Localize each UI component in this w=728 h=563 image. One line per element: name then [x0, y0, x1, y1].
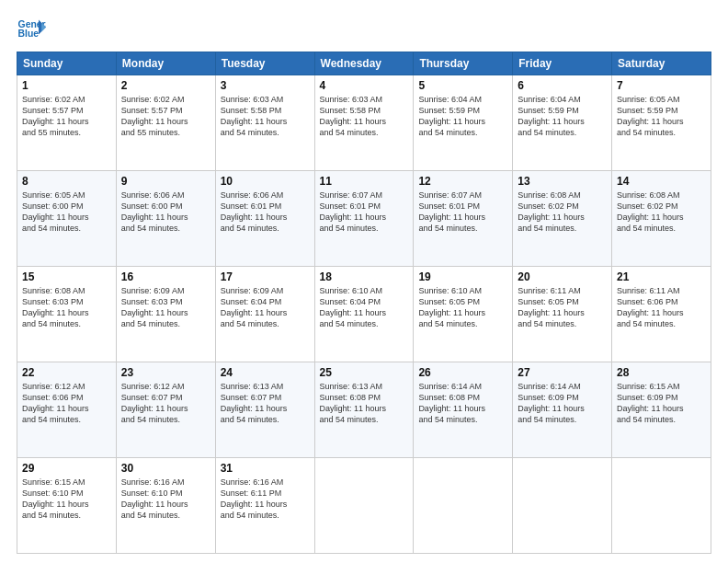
calendar-week-1: 1Sunrise: 6:02 AM Sunset: 5:57 PM Daylig… [17, 75, 711, 171]
calendar-week-5: 29Sunrise: 6:15 AM Sunset: 6:10 PM Dayli… [17, 458, 711, 554]
day-info: Sunrise: 6:05 AM Sunset: 6:00 PM Dayligh… [22, 190, 111, 235]
calendar-cell: 24Sunrise: 6:13 AM Sunset: 6:07 PM Dayli… [215, 362, 314, 458]
day-number: 16 [121, 270, 210, 283]
day-info: Sunrise: 6:15 AM Sunset: 6:09 PM Dayligh… [617, 381, 706, 426]
logo: General Blue [17, 17, 46, 42]
day-info: Sunrise: 6:03 AM Sunset: 5:58 PM Dayligh… [320, 94, 409, 139]
logo-icon: General Blue [17, 17, 46, 42]
calendar-cell: 29Sunrise: 6:15 AM Sunset: 6:10 PM Dayli… [17, 458, 117, 554]
day-info: Sunrise: 6:15 AM Sunset: 6:10 PM Dayligh… [22, 477, 111, 522]
calendar-cell: 26Sunrise: 6:14 AM Sunset: 6:08 PM Dayli… [414, 362, 513, 458]
weekday-wednesday: Wednesday [314, 52, 414, 75]
day-number: 19 [418, 270, 507, 283]
day-number: 24 [221, 366, 310, 379]
day-info: Sunrise: 6:05 AM Sunset: 5:59 PM Dayligh… [617, 94, 706, 139]
day-number: 23 [121, 366, 210, 379]
day-number: 3 [221, 79, 310, 92]
calendar-cell: 5Sunrise: 6:04 AM Sunset: 5:59 PM Daylig… [414, 75, 513, 171]
day-number: 27 [518, 366, 607, 379]
calendar-cell: 20Sunrise: 6:11 AM Sunset: 6:05 PM Dayli… [513, 267, 612, 362]
calendar-cell: 8Sunrise: 6:05 AM Sunset: 6:00 PM Daylig… [17, 171, 117, 267]
day-info: Sunrise: 6:13 AM Sunset: 6:07 PM Dayligh… [221, 381, 310, 426]
day-number: 12 [418, 175, 507, 188]
calendar-cell: 9Sunrise: 6:06 AM Sunset: 6:00 PM Daylig… [116, 171, 215, 267]
day-number: 10 [221, 175, 310, 188]
calendar-cell: 22Sunrise: 6:12 AM Sunset: 6:06 PM Dayli… [17, 362, 117, 458]
page: General Blue SundayMondayTuesdayWednesda… [0, 0, 728, 563]
day-info: Sunrise: 6:07 AM Sunset: 6:01 PM Dayligh… [320, 190, 409, 235]
day-info: Sunrise: 6:11 AM Sunset: 6:06 PM Dayligh… [617, 285, 706, 330]
day-number: 6 [518, 79, 607, 92]
day-number: 25 [320, 366, 409, 379]
day-number: 9 [121, 175, 210, 188]
calendar-cell: 28Sunrise: 6:15 AM Sunset: 6:09 PM Dayli… [612, 362, 711, 458]
day-number: 1 [22, 79, 111, 92]
day-info: Sunrise: 6:08 AM Sunset: 6:02 PM Dayligh… [617, 190, 706, 235]
calendar-cell: 4Sunrise: 6:03 AM Sunset: 5:58 PM Daylig… [314, 75, 414, 171]
day-info: Sunrise: 6:04 AM Sunset: 5:59 PM Dayligh… [418, 94, 507, 139]
calendar-cell: 2Sunrise: 6:02 AM Sunset: 5:57 PM Daylig… [116, 75, 215, 171]
day-number: 18 [320, 270, 409, 283]
calendar-cell [612, 458, 711, 554]
calendar-cell: 13Sunrise: 6:08 AM Sunset: 6:02 PM Dayli… [513, 171, 612, 267]
calendar-cell [314, 458, 414, 554]
day-info: Sunrise: 6:10 AM Sunset: 6:05 PM Dayligh… [418, 285, 507, 330]
weekday-friday: Friday [513, 52, 612, 75]
weekday-monday: Monday [116, 52, 215, 75]
day-number: 17 [221, 270, 310, 283]
day-number: 26 [418, 366, 507, 379]
weekday-saturday: Saturday [612, 52, 711, 75]
day-number: 5 [418, 79, 507, 92]
calendar-cell: 17Sunrise: 6:09 AM Sunset: 6:04 PM Dayli… [215, 267, 314, 362]
calendar-cell: 27Sunrise: 6:14 AM Sunset: 6:09 PM Dayli… [513, 362, 612, 458]
calendar-cell [414, 458, 513, 554]
day-number: 8 [22, 175, 111, 188]
day-info: Sunrise: 6:04 AM Sunset: 5:59 PM Dayligh… [518, 94, 607, 139]
calendar-cell: 14Sunrise: 6:08 AM Sunset: 6:02 PM Dayli… [612, 171, 711, 267]
calendar-cell: 6Sunrise: 6:04 AM Sunset: 5:59 PM Daylig… [513, 75, 612, 171]
weekday-tuesday: Tuesday [215, 52, 314, 75]
weekday-header-row: SundayMondayTuesdayWednesdayThursdayFrid… [17, 52, 711, 75]
calendar-cell: 30Sunrise: 6:16 AM Sunset: 6:10 PM Dayli… [116, 458, 215, 554]
day-number: 28 [617, 366, 706, 379]
day-number: 21 [617, 270, 706, 283]
calendar-week-3: 15Sunrise: 6:08 AM Sunset: 6:03 PM Dayli… [17, 267, 711, 362]
day-number: 31 [221, 462, 310, 475]
day-info: Sunrise: 6:07 AM Sunset: 6:01 PM Dayligh… [418, 190, 507, 235]
calendar-cell: 16Sunrise: 6:09 AM Sunset: 6:03 PM Dayli… [116, 267, 215, 362]
calendar-cell: 25Sunrise: 6:13 AM Sunset: 6:08 PM Dayli… [314, 362, 414, 458]
day-number: 11 [320, 175, 409, 188]
calendar-cell: 21Sunrise: 6:11 AM Sunset: 6:06 PM Dayli… [612, 267, 711, 362]
calendar-cell: 10Sunrise: 6:06 AM Sunset: 6:01 PM Dayli… [215, 171, 314, 267]
calendar-body: 1Sunrise: 6:02 AM Sunset: 5:57 PM Daylig… [17, 75, 711, 554]
day-number: 2 [121, 79, 210, 92]
day-info: Sunrise: 6:06 AM Sunset: 6:01 PM Dayligh… [221, 190, 310, 235]
calendar-cell: 15Sunrise: 6:08 AM Sunset: 6:03 PM Dayli… [17, 267, 117, 362]
day-info: Sunrise: 6:08 AM Sunset: 6:02 PM Dayligh… [518, 190, 607, 235]
day-number: 20 [518, 270, 607, 283]
day-info: Sunrise: 6:14 AM Sunset: 6:08 PM Dayligh… [418, 381, 507, 426]
day-info: Sunrise: 6:06 AM Sunset: 6:00 PM Dayligh… [121, 190, 210, 235]
calendar-cell: 18Sunrise: 6:10 AM Sunset: 6:04 PM Dayli… [314, 267, 414, 362]
day-number: 4 [320, 79, 409, 92]
day-number: 29 [22, 462, 111, 475]
calendar-cell: 1Sunrise: 6:02 AM Sunset: 5:57 PM Daylig… [17, 75, 117, 171]
calendar-cell: 7Sunrise: 6:05 AM Sunset: 5:59 PM Daylig… [612, 75, 711, 171]
svg-text:Blue: Blue [18, 29, 40, 39]
day-info: Sunrise: 6:11 AM Sunset: 6:05 PM Dayligh… [518, 285, 607, 330]
day-info: Sunrise: 6:12 AM Sunset: 6:06 PM Dayligh… [22, 381, 111, 426]
day-number: 30 [121, 462, 210, 475]
calendar-cell [513, 458, 612, 554]
day-info: Sunrise: 6:12 AM Sunset: 6:07 PM Dayligh… [121, 381, 210, 426]
day-number: 7 [617, 79, 706, 92]
day-info: Sunrise: 6:02 AM Sunset: 5:57 PM Dayligh… [22, 94, 111, 139]
day-info: Sunrise: 6:08 AM Sunset: 6:03 PM Dayligh… [22, 285, 111, 330]
day-info: Sunrise: 6:10 AM Sunset: 6:04 PM Dayligh… [320, 285, 409, 330]
weekday-sunday: Sunday [17, 52, 117, 75]
day-number: 15 [22, 270, 111, 283]
calendar-cell: 12Sunrise: 6:07 AM Sunset: 6:01 PM Dayli… [414, 171, 513, 267]
day-info: Sunrise: 6:13 AM Sunset: 6:08 PM Dayligh… [320, 381, 409, 426]
day-number: 13 [518, 175, 607, 188]
header: General Blue [17, 17, 711, 42]
calendar-cell: 31Sunrise: 6:16 AM Sunset: 6:11 PM Dayli… [215, 458, 314, 554]
